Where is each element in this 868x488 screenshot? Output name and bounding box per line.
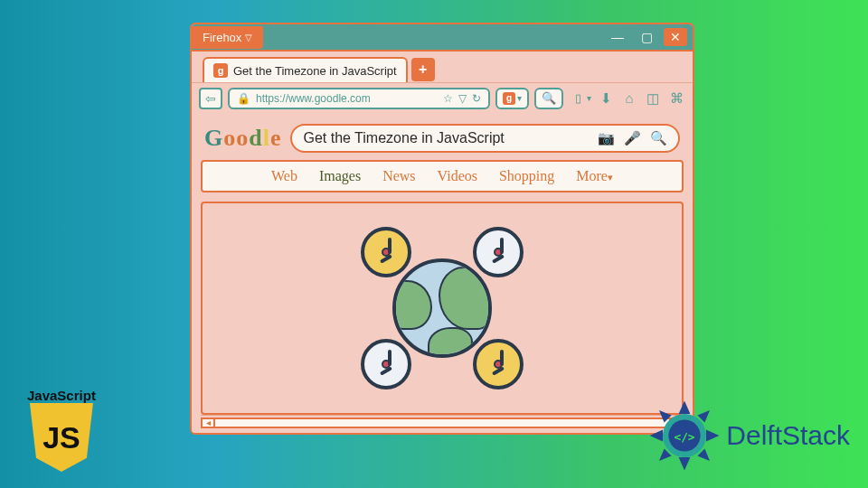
- js-label: JavaScript: [27, 388, 96, 403]
- delftstack-logo: </> DelftStack: [648, 399, 850, 472]
- dropdown-icon[interactable]: ▽: [458, 92, 467, 105]
- site-favicon-icon: g: [503, 92, 515, 105]
- js-shield-icon: JS: [30, 403, 93, 472]
- minimize-button[interactable]: —: [606, 28, 629, 46]
- svg-marker-1: [679, 457, 691, 470]
- clock-icon: [361, 339, 411, 389]
- url-toolbar: ⇦ 🔒 https://www.goodle.com ☆ ▽ ↻ g ▾ 🔍 ▯…: [192, 82, 693, 113]
- app-menu[interactable]: Firehox ▽: [192, 26, 263, 49]
- tabstrip: g Get the Timezone in JavaScript +: [192, 52, 693, 82]
- close-button[interactable]: ✕: [664, 28, 687, 46]
- menu-icon[interactable]: ⌘: [667, 89, 685, 108]
- chevron-down-icon: ▽: [245, 33, 252, 42]
- bookmark-star-icon[interactable]: ☆: [443, 92, 453, 105]
- new-tab-button[interactable]: +: [411, 58, 435, 81]
- home-icon[interactable]: ⌂: [620, 89, 638, 108]
- reader-button[interactable]: g ▾: [495, 88, 529, 109]
- find-button[interactable]: 🔍: [534, 88, 563, 109]
- tab-shopping[interactable]: Shopping: [499, 168, 554, 184]
- tab-title: Get the Timezone in JavaScript: [233, 64, 397, 78]
- camera-icon[interactable]: 📷: [598, 130, 615, 146]
- svg-text:</>: </>: [675, 430, 695, 444]
- extensions-icon[interactable]: ◫: [644, 89, 662, 108]
- timezone-globe-illustration: [343, 218, 542, 399]
- svg-marker-2: [650, 430, 663, 442]
- titlebar: Firehox ▽ — ▢ ✕: [192, 24, 693, 52]
- downloads-icon[interactable]: ⬇: [597, 89, 615, 108]
- clock-icon: [361, 227, 411, 277]
- window-controls: — ▢ ✕: [606, 28, 693, 46]
- site-logo[interactable]: G o o d l e: [204, 125, 281, 152]
- page-content: G o o d l e Get the Timezone in JavaScri…: [192, 113, 693, 433]
- browser-window: Firehox ▽ — ▢ ✕ g Get the Timezone in Ja…: [190, 23, 694, 435]
- tab-news[interactable]: News: [382, 168, 415, 184]
- search-query-text: Get the Timezone in JavaScript: [303, 130, 589, 146]
- gear-mandala-icon: </>: [648, 399, 721, 472]
- browser-tab[interactable]: g Get the Timezone in JavaScript: [203, 57, 408, 82]
- url-field[interactable]: 🔒 https://www.goodle.com ☆ ▽ ↻: [228, 88, 490, 109]
- maximize-button[interactable]: ▢: [635, 28, 658, 46]
- clock-icon: [473, 227, 524, 277]
- search-header: G o o d l e Get the Timezone in JavaScri…: [201, 120, 684, 160]
- javascript-badge: JavaScript JS: [27, 388, 96, 472]
- search-icon[interactable]: 🔍: [650, 130, 667, 146]
- mic-icon[interactable]: 🎤: [624, 130, 641, 146]
- sidebar-icon[interactable]: ▯: [569, 89, 587, 108]
- delftstack-text: DelftStack: [726, 420, 850, 451]
- app-name: Firehox: [203, 31, 241, 44]
- tab-web[interactable]: Web: [271, 168, 297, 184]
- scrollbar-track[interactable]: [215, 418, 669, 428]
- tab-images[interactable]: Images: [319, 168, 361, 184]
- globe-icon: [392, 258, 492, 358]
- scroll-left-icon[interactable]: ◂: [201, 418, 215, 428]
- result-type-tabs: Web Images News Videos Shopping More▾: [201, 160, 684, 192]
- lock-icon: 🔒: [237, 92, 250, 105]
- back-button[interactable]: ⇦: [199, 88, 222, 109]
- refresh-icon[interactable]: ↻: [472, 92, 481, 105]
- svg-marker-0: [679, 401, 691, 414]
- url-text: https://www.goodle.com: [256, 92, 438, 105]
- svg-marker-3: [706, 430, 719, 442]
- horizontal-scrollbar[interactable]: ◂ ▸: [201, 415, 684, 429]
- tab-more[interactable]: More▾: [576, 168, 613, 184]
- search-input[interactable]: Get the Timezone in JavaScript 📷 🎤 🔍: [290, 124, 680, 153]
- image-result-area: [201, 202, 684, 415]
- tab-favicon-icon: g: [213, 63, 228, 78]
- clock-icon: [473, 339, 524, 389]
- tab-videos[interactable]: Videos: [438, 168, 477, 184]
